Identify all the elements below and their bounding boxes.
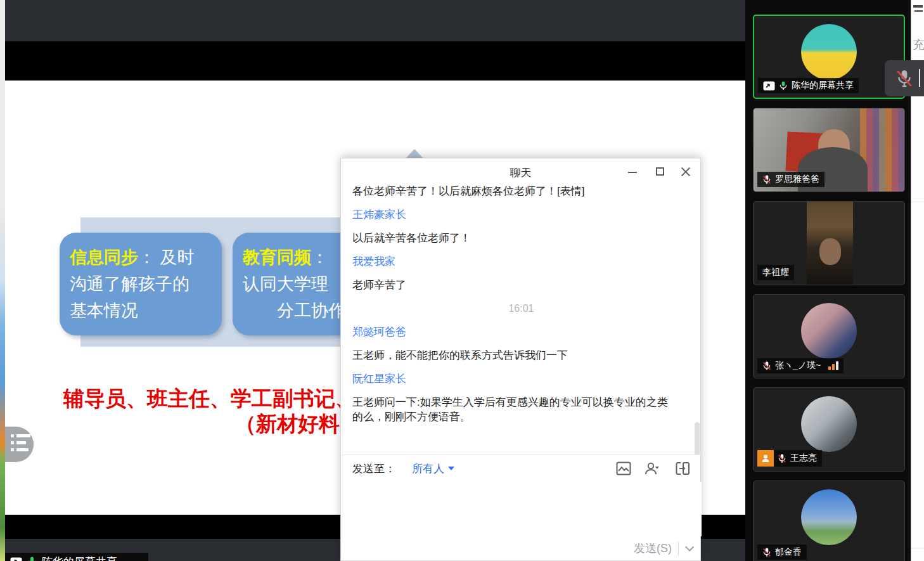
participant-name: 王志亮 (790, 453, 817, 464)
popout-icon[interactable] (676, 461, 690, 475)
screen-share-arrow-icon (10, 557, 22, 561)
chat-message: 以后就辛苦各位老师了！ (352, 231, 672, 245)
divider (678, 541, 679, 555)
chat-sender: 阮红星家长 (352, 371, 672, 386)
participant-tile[interactable]: 郁金香 (753, 480, 905, 561)
chat-sender: 郑懿珂爸爸 (352, 325, 672, 339)
send-button[interactable]: 发送(S) (634, 541, 672, 556)
chat-sender: 王炜豪家长 (352, 207, 672, 222)
send-to-dropdown[interactable]: 所有人 (412, 461, 444, 476)
sharing-status-label: 陈华的屏幕共享 (5, 553, 148, 561)
mic-slash-icon (762, 547, 771, 558)
slide-box-title: 信息同步 (70, 248, 138, 267)
participant-tile[interactable]: 张ヽ_ノ瑛~ (753, 294, 905, 378)
participant-tile[interactable]: 陈华的屏幕共享 (753, 15, 905, 99)
desktop-edge-sliver (0, 0, 5, 561)
mic-icon (779, 81, 788, 91)
logo-icon (913, 5, 923, 8)
screen-share-arrow-icon (763, 81, 775, 91)
participant-tile[interactable]: 罗思雅爸爸 (753, 108, 905, 192)
avatar (801, 396, 857, 452)
chat-titlebar[interactable]: 聊天 (341, 158, 700, 184)
avatar (801, 303, 857, 359)
participant-video (807, 202, 853, 285)
mic-slash-icon (762, 174, 771, 185)
maximize-button[interactable] (653, 165, 667, 179)
slide-box-info-sync: 信息同步： 及时 沟通了解孩子的 基本情况 (60, 233, 222, 335)
participant-tile[interactable]: 王志亮 (753, 387, 905, 472)
chat-timestamp: 16:01 (352, 301, 690, 316)
mic-icon (27, 556, 37, 561)
signal-bars-icon (828, 361, 838, 370)
minimize-button[interactable] (626, 165, 639, 179)
participant-tile[interactable]: 李祖耀 (753, 201, 905, 285)
chat-window: 聊天 各位老师辛苦了！以后就麻烦各位老师了！[表情] 王炜豪家长 以后就辛苦各位… (340, 158, 701, 561)
participant-name: 罗思雅爸爸 (775, 174, 819, 185)
person-badge-icon (757, 450, 774, 467)
participant-name: 张ヽ_ノ瑛~ (775, 360, 821, 371)
divider (919, 69, 920, 87)
slide-box-title: 教育同频 (243, 248, 311, 267)
chat-scrollbar[interactable] (695, 422, 700, 455)
participant-name: 郁金香 (775, 546, 802, 558)
chat-message: 各位老师辛苦了！以后就麻烦各位老师了！[表情] (352, 184, 672, 198)
avatar (801, 489, 857, 545)
chat-message: 王老师，能不能把你的联系方式告诉我们一下 (352, 348, 672, 363)
mic-slash-icon (896, 69, 913, 88)
chat-window-title: 聊天 (341, 165, 700, 180)
mic-slash-icon (778, 453, 786, 464)
participant-name: 李祖耀 (762, 267, 789, 278)
chat-input[interactable] (341, 482, 702, 536)
chat-toolbar: 发送至： 所有人 (341, 455, 702, 482)
meeting-app-window: 信息同步： 及时 沟通了解孩子的 基本情况 教育同频： 认同大学理 分工协作 辅… (0, 0, 924, 561)
close-icon[interactable] (679, 165, 693, 179)
chat-message: 老师辛苦了 (352, 278, 672, 292)
image-icon[interactable] (616, 461, 631, 475)
chat-sender: 我爱我家 (352, 254, 672, 269)
participant-name: 陈华的屏幕共享 (792, 80, 854, 91)
edge-window-text: 充 (913, 37, 924, 53)
logo-icon (914, 10, 923, 12)
avatar (801, 24, 857, 80)
chevron-down-icon[interactable] (448, 467, 454, 470)
chat-message-list[interactable]: 各位老师辛苦了！以后就麻烦各位老师了！[表情] 王炜豪家长 以后就辛苦各位老师了… (341, 184, 702, 455)
letterbox-top (5, 41, 745, 81)
slide-pointer-shape (406, 149, 423, 158)
person-dropdown-icon[interactable] (644, 461, 663, 475)
send-to-label: 发送至： (352, 461, 395, 476)
chat-message: 王老师问一下:如果学生入学后有更感兴趣的专业可以换专业的之类的么，刚刚不方便语音… (352, 395, 672, 424)
mic-slash-icon (762, 361, 771, 371)
mute-toggle-button[interactable] (885, 60, 924, 96)
chevron-down-icon[interactable] (685, 543, 694, 551)
